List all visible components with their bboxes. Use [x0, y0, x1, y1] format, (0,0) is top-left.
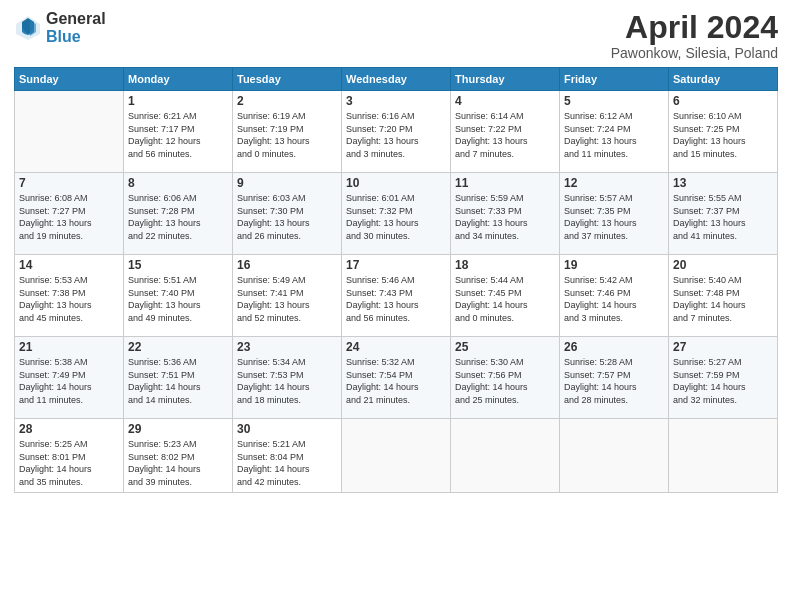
day-info: Sunrise: 5:57 AM Sunset: 7:35 PM Dayligh…: [564, 192, 664, 242]
table-row: [15, 91, 124, 173]
day-number: 26: [564, 340, 664, 354]
table-row: 4Sunrise: 6:14 AM Sunset: 7:22 PM Daylig…: [451, 91, 560, 173]
table-row: 17Sunrise: 5:46 AM Sunset: 7:43 PM Dayli…: [342, 255, 451, 337]
col-tuesday: Tuesday: [233, 68, 342, 91]
day-info: Sunrise: 5:59 AM Sunset: 7:33 PM Dayligh…: [455, 192, 555, 242]
table-row: 23Sunrise: 5:34 AM Sunset: 7:53 PM Dayli…: [233, 337, 342, 419]
day-info: Sunrise: 6:03 AM Sunset: 7:30 PM Dayligh…: [237, 192, 337, 242]
table-row: 10Sunrise: 6:01 AM Sunset: 7:32 PM Dayli…: [342, 173, 451, 255]
day-number: 21: [19, 340, 119, 354]
calendar-table: Sunday Monday Tuesday Wednesday Thursday…: [14, 67, 778, 492]
table-row: 1Sunrise: 6:21 AM Sunset: 7:17 PM Daylig…: [124, 91, 233, 173]
table-row: 2Sunrise: 6:19 AM Sunset: 7:19 PM Daylig…: [233, 91, 342, 173]
day-number: 30: [237, 422, 337, 436]
day-info: Sunrise: 5:36 AM Sunset: 7:51 PM Dayligh…: [128, 356, 228, 406]
logo-text: General Blue: [46, 10, 106, 45]
day-info: Sunrise: 5:42 AM Sunset: 7:46 PM Dayligh…: [564, 274, 664, 324]
day-info: Sunrise: 6:12 AM Sunset: 7:24 PM Dayligh…: [564, 110, 664, 160]
table-row: [669, 419, 778, 492]
logo-icon: [14, 14, 42, 42]
day-number: 1: [128, 94, 228, 108]
header: General Blue April 2024 Pawonkow, Silesi…: [14, 10, 778, 61]
page: General Blue April 2024 Pawonkow, Silesi…: [0, 0, 792, 612]
day-info: Sunrise: 5:27 AM Sunset: 7:59 PM Dayligh…: [673, 356, 773, 406]
calendar-body: 1Sunrise: 6:21 AM Sunset: 7:17 PM Daylig…: [15, 91, 778, 492]
day-info: Sunrise: 5:34 AM Sunset: 7:53 PM Dayligh…: [237, 356, 337, 406]
title-block: April 2024 Pawonkow, Silesia, Poland: [611, 10, 778, 61]
table-row: 12Sunrise: 5:57 AM Sunset: 7:35 PM Dayli…: [560, 173, 669, 255]
table-row: [560, 419, 669, 492]
day-number: 2: [237, 94, 337, 108]
table-row: 19Sunrise: 5:42 AM Sunset: 7:46 PM Dayli…: [560, 255, 669, 337]
day-number: 20: [673, 258, 773, 272]
main-title: April 2024: [611, 10, 778, 45]
table-row: 16Sunrise: 5:49 AM Sunset: 7:41 PM Dayli…: [233, 255, 342, 337]
table-row: 26Sunrise: 5:28 AM Sunset: 7:57 PM Dayli…: [560, 337, 669, 419]
col-friday: Friday: [560, 68, 669, 91]
day-info: Sunrise: 5:51 AM Sunset: 7:40 PM Dayligh…: [128, 274, 228, 324]
logo-blue-text: Blue: [46, 28, 106, 46]
logo-general-text: General: [46, 10, 106, 28]
day-info: Sunrise: 6:06 AM Sunset: 7:28 PM Dayligh…: [128, 192, 228, 242]
day-number: 16: [237, 258, 337, 272]
table-row: 21Sunrise: 5:38 AM Sunset: 7:49 PM Dayli…: [15, 337, 124, 419]
day-info: Sunrise: 6:16 AM Sunset: 7:20 PM Dayligh…: [346, 110, 446, 160]
day-number: 14: [19, 258, 119, 272]
day-info: Sunrise: 5:25 AM Sunset: 8:01 PM Dayligh…: [19, 438, 119, 488]
col-sunday: Sunday: [15, 68, 124, 91]
header-row: Sunday Monday Tuesday Wednesday Thursday…: [15, 68, 778, 91]
col-wednesday: Wednesday: [342, 68, 451, 91]
day-number: 5: [564, 94, 664, 108]
day-number: 18: [455, 258, 555, 272]
day-number: 28: [19, 422, 119, 436]
day-number: 29: [128, 422, 228, 436]
day-number: 25: [455, 340, 555, 354]
day-info: Sunrise: 5:28 AM Sunset: 7:57 PM Dayligh…: [564, 356, 664, 406]
table-row: 9Sunrise: 6:03 AM Sunset: 7:30 PM Daylig…: [233, 173, 342, 255]
col-saturday: Saturday: [669, 68, 778, 91]
table-row: 5Sunrise: 6:12 AM Sunset: 7:24 PM Daylig…: [560, 91, 669, 173]
table-row: 25Sunrise: 5:30 AM Sunset: 7:56 PM Dayli…: [451, 337, 560, 419]
table-row: [451, 419, 560, 492]
day-info: Sunrise: 6:21 AM Sunset: 7:17 PM Dayligh…: [128, 110, 228, 160]
day-number: 24: [346, 340, 446, 354]
day-info: Sunrise: 5:23 AM Sunset: 8:02 PM Dayligh…: [128, 438, 228, 488]
day-info: Sunrise: 5:55 AM Sunset: 7:37 PM Dayligh…: [673, 192, 773, 242]
day-info: Sunrise: 5:44 AM Sunset: 7:45 PM Dayligh…: [455, 274, 555, 324]
day-number: 12: [564, 176, 664, 190]
day-info: Sunrise: 5:53 AM Sunset: 7:38 PM Dayligh…: [19, 274, 119, 324]
table-row: 3Sunrise: 6:16 AM Sunset: 7:20 PM Daylig…: [342, 91, 451, 173]
day-number: 27: [673, 340, 773, 354]
table-row: 13Sunrise: 5:55 AM Sunset: 7:37 PM Dayli…: [669, 173, 778, 255]
table-row: 14Sunrise: 5:53 AM Sunset: 7:38 PM Dayli…: [15, 255, 124, 337]
day-number: 11: [455, 176, 555, 190]
day-info: Sunrise: 6:19 AM Sunset: 7:19 PM Dayligh…: [237, 110, 337, 160]
day-info: Sunrise: 5:21 AM Sunset: 8:04 PM Dayligh…: [237, 438, 337, 488]
subtitle: Pawonkow, Silesia, Poland: [611, 45, 778, 61]
day-number: 15: [128, 258, 228, 272]
day-info: Sunrise: 5:38 AM Sunset: 7:49 PM Dayligh…: [19, 356, 119, 406]
table-row: 27Sunrise: 5:27 AM Sunset: 7:59 PM Dayli…: [669, 337, 778, 419]
table-row: 6Sunrise: 6:10 AM Sunset: 7:25 PM Daylig…: [669, 91, 778, 173]
table-row: 30Sunrise: 5:21 AM Sunset: 8:04 PM Dayli…: [233, 419, 342, 492]
day-number: 4: [455, 94, 555, 108]
day-number: 6: [673, 94, 773, 108]
logo: General Blue: [14, 10, 106, 45]
day-info: Sunrise: 6:08 AM Sunset: 7:27 PM Dayligh…: [19, 192, 119, 242]
table-row: 18Sunrise: 5:44 AM Sunset: 7:45 PM Dayli…: [451, 255, 560, 337]
table-row: 15Sunrise: 5:51 AM Sunset: 7:40 PM Dayli…: [124, 255, 233, 337]
table-row: 28Sunrise: 5:25 AM Sunset: 8:01 PM Dayli…: [15, 419, 124, 492]
day-number: 10: [346, 176, 446, 190]
day-number: 3: [346, 94, 446, 108]
day-number: 22: [128, 340, 228, 354]
day-info: Sunrise: 5:32 AM Sunset: 7:54 PM Dayligh…: [346, 356, 446, 406]
table-row: [342, 419, 451, 492]
col-thursday: Thursday: [451, 68, 560, 91]
table-row: 11Sunrise: 5:59 AM Sunset: 7:33 PM Dayli…: [451, 173, 560, 255]
day-info: Sunrise: 5:40 AM Sunset: 7:48 PM Dayligh…: [673, 274, 773, 324]
table-row: 7Sunrise: 6:08 AM Sunset: 7:27 PM Daylig…: [15, 173, 124, 255]
calendar-header: Sunday Monday Tuesday Wednesday Thursday…: [15, 68, 778, 91]
day-info: Sunrise: 6:01 AM Sunset: 7:32 PM Dayligh…: [346, 192, 446, 242]
day-number: 7: [19, 176, 119, 190]
table-row: 20Sunrise: 5:40 AM Sunset: 7:48 PM Dayli…: [669, 255, 778, 337]
